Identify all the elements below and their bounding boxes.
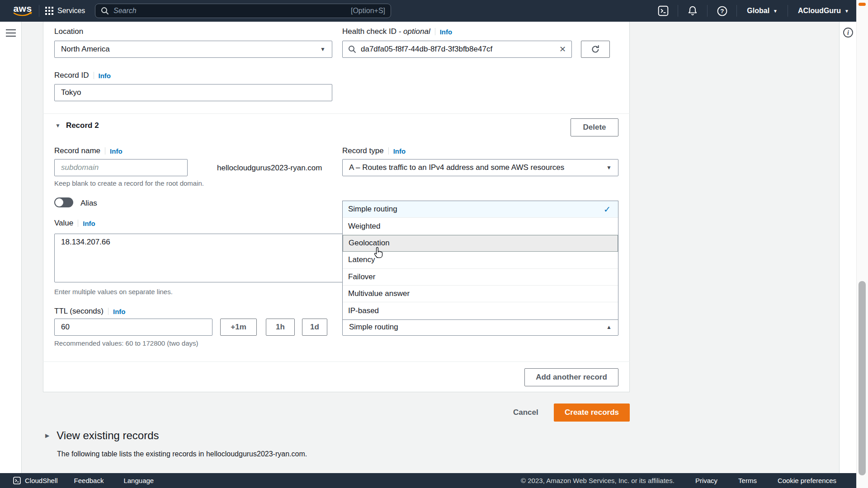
aws-logo-text: aws xyxy=(13,3,32,14)
create-records-button[interactable]: Create records xyxy=(554,404,630,422)
add-another-record-button[interactable]: Add another record xyxy=(524,368,618,386)
routing-option-weighted[interactable]: Weighted xyxy=(343,218,618,235)
record-id-label: Record ID xyxy=(54,71,89,80)
ttl-1d-button[interactable]: 1d xyxy=(302,319,327,336)
location-label-row: Location xyxy=(54,27,83,36)
cloudshell-icon[interactable] xyxy=(656,4,670,18)
triangle-down-icon: ▼ xyxy=(55,122,61,129)
footer-terms-link[interactable]: Terms xyxy=(738,477,757,484)
refresh-icon xyxy=(590,44,600,54)
location-value: North America xyxy=(61,45,110,54)
routing-option-latency[interactable]: Latency xyxy=(343,252,618,268)
left-sidebar-rail xyxy=(0,22,22,473)
record2-section-header[interactable]: ▼ Record 2 xyxy=(55,121,99,130)
routing-option-simple-routing[interactable]: Simple routing ✓ xyxy=(343,201,618,218)
footer-feedback-button[interactable]: Feedback xyxy=(74,477,104,484)
aws-logo[interactable]: aws xyxy=(13,4,33,17)
divider xyxy=(108,308,108,315)
routing-policy-dropdown-panel: Simple routing ✓ Weighted Geolocation La… xyxy=(342,201,618,320)
record-name-label: Record name xyxy=(54,146,100,155)
routing-option-geolocation[interactable]: Geolocation xyxy=(343,235,618,252)
chevron-up-icon: ▲ xyxy=(606,324,612,330)
record-name-input[interactable] xyxy=(54,159,188,176)
clear-x-icon[interactable]: ✕ xyxy=(559,44,566,54)
ttl-label: TTL (seconds) xyxy=(54,307,104,316)
info-panel-icon[interactable]: i xyxy=(843,27,854,38)
value-label-row: Value Info xyxy=(54,219,95,228)
routing-policy-value: Simple routing xyxy=(349,323,398,332)
view-existing-records-header[interactable]: ▶ View existing records xyxy=(45,429,159,442)
account-menu[interactable]: ACloudGuru ▼ xyxy=(795,7,852,15)
divider xyxy=(678,5,678,17)
routing-policy-select[interactable]: Simple routing ▲ xyxy=(342,319,618,336)
record-id-info-link[interactable]: Info xyxy=(99,72,111,80)
chevron-down-icon: ▼ xyxy=(773,9,778,14)
record-type-label-row: Record type Info xyxy=(342,146,406,155)
record-type-info-link[interactable]: Info xyxy=(393,147,406,155)
notifications-bell-icon[interactable] xyxy=(685,4,700,18)
alias-toggle[interactable] xyxy=(54,197,73,207)
record-type-select[interactable]: A – Routes traffic to an IPv4 address an… xyxy=(342,159,618,176)
svg-text:?: ? xyxy=(720,8,724,14)
health-check-info-link[interactable]: Info xyxy=(440,28,453,36)
footer-language-button[interactable]: Language xyxy=(123,477,154,484)
ttl-plus-1m-button[interactable]: +1m xyxy=(220,319,257,336)
ttl-info-link[interactable]: Info xyxy=(113,308,126,315)
scrollbar-orange-marker xyxy=(859,3,866,6)
delete-record-button[interactable]: Delete xyxy=(571,118,618,136)
record-name-info-link[interactable]: Info xyxy=(110,147,123,155)
ttl-1h-button[interactable]: 1h xyxy=(266,319,295,336)
health-check-label-row: Health check ID - optional Info xyxy=(342,27,452,36)
page-scrollbar-track[interactable] xyxy=(856,0,868,488)
ttl-1h-label: 1h xyxy=(276,323,285,332)
chevron-down-icon: ▼ xyxy=(844,9,849,14)
footer-cookie-preferences-link[interactable]: Cookie preferences xyxy=(778,477,836,484)
cancel-button[interactable]: Cancel xyxy=(513,408,538,417)
page-scrollbar-thumb[interactable] xyxy=(859,281,866,475)
location-label: Location xyxy=(54,27,83,36)
footer-privacy-link[interactable]: Privacy xyxy=(695,477,717,484)
global-search-box[interactable]: [Option+S] xyxy=(95,4,391,18)
divider xyxy=(736,5,737,17)
divider xyxy=(435,28,435,35)
record-id-input[interactable] xyxy=(54,84,332,101)
hamburger-menu-icon[interactable] xyxy=(6,29,16,39)
services-grid-icon xyxy=(45,7,53,15)
help-icon[interactable]: ? xyxy=(715,4,729,18)
location-select[interactable]: North America ▼ xyxy=(54,41,332,58)
domain-suffix-text: hellocloudgurus2023-ryan.com xyxy=(217,164,322,173)
check-icon: ✓ xyxy=(604,204,611,215)
option-label: IP-based xyxy=(348,306,379,315)
health-check-search-field[interactable]: ✕ xyxy=(342,41,572,58)
option-label: Multivalue answer xyxy=(348,289,410,298)
services-menu-button[interactable]: Services xyxy=(45,0,85,22)
routing-option-multivalue-answer[interactable]: Multivalue answer xyxy=(343,286,618,302)
record-name-helper: Keep blank to create a record for the ro… xyxy=(54,179,204,187)
delete-label: Delete xyxy=(583,123,606,132)
create-records-label: Create records xyxy=(565,408,619,417)
account-label: ACloudGuru xyxy=(798,7,841,15)
value-info-link[interactable]: Info xyxy=(83,220,95,227)
option-label: Simple routing xyxy=(348,205,397,214)
divider xyxy=(388,147,389,155)
add-another-record-label: Add another record xyxy=(536,373,607,382)
routing-option-ip-based[interactable]: IP-based xyxy=(343,302,618,319)
alias-label: Alias xyxy=(80,199,97,208)
footer-cloudshell-button[interactable]: CloudShell xyxy=(13,476,58,485)
region-selector[interactable]: Global ▼ xyxy=(744,7,780,15)
footer-bar: CloudShell Feedback Language © 2023, Ama… xyxy=(0,473,868,488)
record-type-label: Record type xyxy=(342,146,384,155)
view-existing-records-title: View existing records xyxy=(57,429,159,442)
divider xyxy=(105,147,105,155)
health-check-input[interactable] xyxy=(361,45,555,54)
footer-right-links: © 2023, Amazon Web Services, Inc. or its… xyxy=(521,477,836,484)
search-input[interactable] xyxy=(113,7,351,15)
ttl-input[interactable] xyxy=(54,319,212,336)
triangle-right-icon: ▶ xyxy=(45,432,49,439)
search-shortcut-hint: [Option+S] xyxy=(351,7,385,15)
refresh-button[interactable] xyxy=(581,41,610,58)
record-id-label-row: Record ID Info xyxy=(54,71,111,80)
routing-option-failover[interactable]: Failover xyxy=(343,269,618,286)
svg-text:i: i xyxy=(847,29,849,36)
record2-title: Record 2 xyxy=(66,121,99,130)
